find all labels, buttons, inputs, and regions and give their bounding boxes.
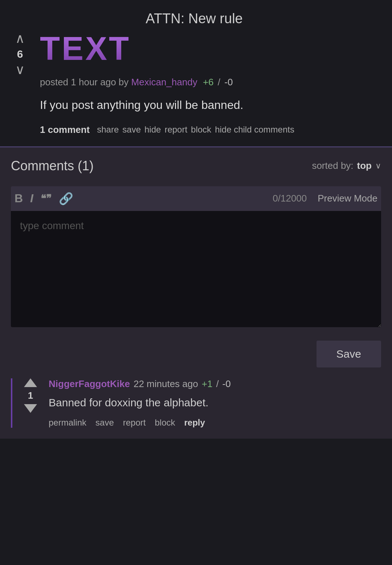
downvote-button[interactable]: ∨	[15, 63, 25, 76]
post-actions: 1 comment share save hide report block h…	[40, 124, 381, 135]
post-author[interactable]: Mexican_handy	[131, 77, 197, 88]
share-link[interactable]: share	[97, 125, 119, 135]
comment-text: Banned for doxxing the alphabet.	[49, 395, 381, 410]
hide-link[interactable]: hide	[144, 125, 161, 135]
vote-column: ∧ 6 ∨	[7, 30, 33, 76]
permalink-link[interactable]: permalink	[49, 418, 86, 428]
comment-karma-neg: -0	[222, 378, 231, 390]
comment-actions: permalink save report block reply	[49, 418, 381, 428]
karma-negative: -0	[224, 77, 233, 88]
comment-input[interactable]	[11, 211, 381, 327]
post-meta: posted 1 hour ago by Mexican_handy +6 / …	[40, 77, 381, 88]
vote-count: 6	[17, 48, 23, 60]
toolbar-left: B I ❝❞ 🔗	[15, 192, 73, 206]
hide-child-link[interactable]: hide child comments	[215, 125, 294, 135]
comment-upvote-button[interactable]	[24, 378, 37, 387]
post-logo: tEXt	[40, 30, 131, 68]
preview-mode-button[interactable]: Preview Mode	[318, 193, 377, 204]
italic-button[interactable]: I	[30, 192, 33, 205]
post-meta-text: posted 1 hour ago by	[40, 77, 128, 88]
comments-section: Comments (1) sorted by: top ∨ B I ❝❞ 🔗 0…	[0, 147, 392, 439]
report-link[interactable]: report	[164, 125, 187, 135]
link-button[interactable]: 🔗	[59, 192, 73, 206]
block-link[interactable]: block	[191, 125, 211, 135]
karma-positive: +6	[203, 77, 214, 88]
save-btn-row: Save	[11, 341, 381, 367]
comment-karma-sep: /	[216, 378, 219, 390]
sort-by-row: sorted by: top ∨	[312, 160, 381, 171]
post-content: tEXt posted 1 hour ago by Mexican_handy …	[40, 30, 381, 135]
comments-header: Comments (1) sorted by: top ∨	[11, 158, 381, 174]
upvote-button[interactable]: ∧	[15, 32, 25, 45]
sort-dropdown-arrow[interactable]: ∨	[375, 161, 381, 171]
comment-count: 1 comment	[40, 124, 90, 135]
comment-meta: NiggerFaggotKike 22 minutes ago +1 / -0	[49, 378, 381, 390]
save-link[interactable]: save	[122, 125, 141, 135]
page-title: ATTN: New rule	[146, 11, 242, 26]
sorted-by-label: sorted by:	[312, 160, 353, 171]
editor-toolbar: B I ❝❞ 🔗 0/12000 Preview Mode	[11, 186, 381, 211]
comment-editor: B I ❝❞ 🔗 0/12000 Preview Mode	[11, 186, 381, 330]
reply-link[interactable]: reply	[184, 418, 205, 428]
comment-save-link[interactable]: save	[95, 418, 114, 428]
sort-value: top	[357, 160, 372, 171]
comment-karma-pos: +1	[202, 378, 213, 390]
comment-downvote-button[interactable]	[24, 404, 37, 413]
comment-body: NiggerFaggotKike 22 minutes ago +1 / -0 …	[49, 378, 381, 428]
comment-author[interactable]: NiggerFaggotKike	[49, 378, 130, 390]
char-count: 0/12000	[273, 193, 307, 204]
comment-vote-col: 1	[20, 378, 41, 428]
comment-block-link[interactable]: block	[155, 418, 175, 428]
quote-button[interactable]: ❝❞	[41, 192, 52, 204]
comments-title: Comments (1)	[11, 158, 94, 174]
table-row: 1 NiggerFaggotKike 22 minutes ago +1 / -…	[11, 378, 381, 428]
comment-time: 22 minutes ago	[134, 378, 198, 390]
post-body: If you post anything you will be banned.	[40, 97, 381, 113]
bold-button[interactable]: B	[15, 192, 23, 205]
comment-vote-count: 1	[28, 390, 33, 401]
comment-report-link[interactable]: report	[123, 418, 146, 428]
toolbar-right: 0/12000 Preview Mode	[273, 193, 377, 204]
comment-list: 1 NiggerFaggotKike 22 minutes ago +1 / -…	[11, 378, 381, 428]
post-section: ATTN: New rule ∧ 6 ∨ tEXt posted 1 hour …	[0, 0, 392, 147]
post-header: ∧ 6 ∨ tEXt posted 1 hour ago by Mexican_…	[7, 30, 381, 135]
save-button[interactable]: Save	[317, 341, 381, 367]
karma-sep: /	[218, 77, 220, 88]
